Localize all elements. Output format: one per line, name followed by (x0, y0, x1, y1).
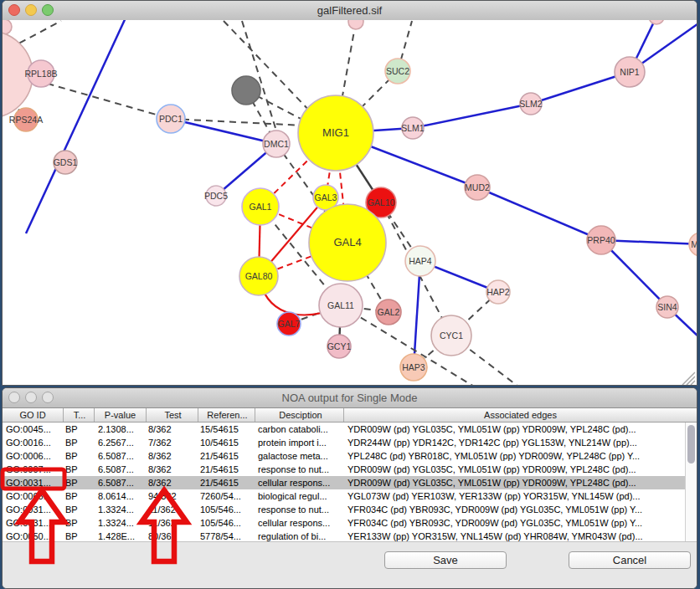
graph-edge-blue (26, 20, 127, 233)
table-cell: BP (64, 449, 95, 463)
table-cell: BP (64, 503, 95, 516)
graph-node-CYC1[interactable]: CYC1 (431, 315, 471, 356)
table-cell: GO:0031... (3, 503, 64, 516)
table-row[interactable]: GO:0007...BP6.5087...8/36221/54615respon… (3, 463, 685, 476)
svg-text:GAL80: GAL80 (245, 271, 273, 281)
svg-text:PRP40: PRP40 (587, 235, 615, 245)
table-cell: 8/362 (147, 463, 198, 476)
graph-edge-blue (414, 261, 420, 367)
graph-node-PRP40[interactable]: PRP40 (587, 226, 615, 254)
table-row[interactable]: GO:0031...BP1.3324...11/362105/546...res… (3, 503, 685, 516)
table-cell: YFR034C (pd) YBR093C, YDR009W (pd) YGL03… (344, 516, 685, 530)
graph-node-node-gray[interactable] (232, 76, 260, 105)
graph-node-NIP1[interactable]: NIP1 (615, 57, 645, 87)
table-cell: 8/362 (147, 449, 198, 463)
table-row[interactable]: GO:0006...BP6.5087...8/36221/54615galact… (3, 449, 685, 463)
window-title: NOA output for Single Mode (3, 388, 697, 407)
table-cell: 7/362 (147, 436, 198, 449)
graph-node-MIG1[interactable]: MIG1 (298, 95, 373, 171)
graph-node-node-corner[interactable] (3, 20, 12, 34)
graph-node-MSN[interactable]: MSN (689, 233, 697, 256)
table-cell: GO:0006... (3, 449, 64, 463)
svg-text:DMC1: DMC1 (264, 139, 289, 149)
graph-node-GAL80[interactable]: GAL80 (239, 257, 278, 295)
column-header-5[interactable]: Desciption (255, 408, 344, 422)
graph-node-HAP4[interactable]: HAP4 (405, 246, 435, 276)
graph-node-GCY1[interactable]: GCY1 (327, 335, 352, 358)
table-cell: GO:0007... (3, 463, 64, 476)
graph-node-GAL11[interactable]: GAL11 (319, 284, 363, 327)
graph-edge-blue (477, 187, 601, 240)
svg-text:HAP2: HAP2 (486, 287, 510, 297)
table-cell: 105/546... (198, 516, 255, 530)
graph-node-HAP2[interactable]: HAP2 (486, 280, 510, 304)
graph-node-GAL7[interactable]: GAL7 (277, 312, 301, 335)
graph-node-SLM2[interactable]: SLM2 (519, 93, 543, 115)
graph-node-DMC1[interactable]: DMC1 (263, 131, 290, 157)
table-row[interactable]: GO:0045...BP2.1308...8/36215/54615carbon… (3, 423, 685, 436)
table-header: GO IDT...P-valueTestReferen...Desciption… (3, 408, 697, 423)
window-title: galFiltered.sif (3, 1, 697, 20)
graph-node-node-topmid[interactable] (348, 20, 363, 29)
network-window: galFiltered.sif RPL18BRPS24AGDS1PDC1MIG1… (2, 0, 697, 386)
graph-node-MUD2[interactable]: MUD2 (465, 175, 490, 200)
noa-output-window: NOA output for Single Mode GO IDT...P-va… (2, 387, 697, 589)
network-canvas[interactable]: RPL18BRPS24AGDS1PDC1MIG1DMC1SUC2SLM1SLM2… (3, 20, 697, 385)
table-cell: 15/54615 (198, 423, 255, 436)
table-cell: BP (64, 516, 95, 530)
table-cell: 6.5087... (95, 449, 147, 463)
table-cell: protein import i... (255, 436, 344, 449)
table-cell: 6.2567... (95, 436, 147, 449)
graph-node-GAL4[interactable]: GAL4 (309, 204, 386, 281)
column-header-1[interactable]: T... (64, 408, 95, 422)
vertical-scrollbar[interactable] (685, 423, 697, 544)
table-cell: 8/362 (147, 476, 198, 489)
table-cell: GO:0045... (3, 423, 64, 436)
graph-node-SLM1[interactable]: SLM1 (401, 117, 425, 139)
svg-text:GAL7: GAL7 (278, 319, 301, 329)
cancel-button[interactable]: Cancel (569, 551, 691, 569)
table-cell: 1.3324... (95, 503, 147, 516)
table-cell: 11/362 (147, 516, 198, 530)
table-cell: 7260/54... (198, 489, 255, 503)
table-row-selected[interactable]: GO:0031...BP6.5087...8/36221/54615cellul… (3, 476, 685, 489)
noa-titlebar[interactable]: NOA output for Single Mode (3, 388, 697, 408)
table-cell: 94/362 (147, 489, 198, 503)
table-row[interactable]: GO:0031...BP1.3324...11/362105/546...cel… (3, 516, 685, 530)
graph-node-PDC1[interactable]: PDC1 (157, 105, 185, 133)
table-cell: 8.0614... (95, 489, 147, 503)
table-cell: BP (64, 423, 95, 436)
graph-node-SIN4[interactable]: SIN4 (656, 296, 678, 318)
column-header-6[interactable]: Associated edges (344, 408, 697, 422)
graph-node-GAL1[interactable]: GAL1 (242, 188, 279, 225)
graph-node-SUC2[interactable]: SUC2 (385, 59, 410, 84)
network-titlebar[interactable]: galFiltered.sif (3, 1, 697, 21)
resize-grip-icon[interactable] (682, 372, 695, 385)
scrollbar-thumb[interactable] (687, 425, 695, 464)
table-cell: 21/54615 (198, 449, 255, 463)
table-cell: 6.5087... (95, 476, 147, 489)
svg-text:CYC1: CYC1 (440, 330, 463, 341)
graph-node-RPS24A[interactable]: RPS24A (9, 108, 43, 131)
column-header-3[interactable]: Test (147, 408, 198, 422)
table-row[interactable]: GO:0016...BP6.2567...7/36210/54615protei… (3, 436, 685, 449)
graph-node-GDS1[interactable]: GDS1 (54, 151, 78, 174)
graph-node-node-topright[interactable] (649, 20, 664, 24)
graph-node-HAP3[interactable]: HAP3 (400, 354, 427, 381)
table-cell: GO:0016... (3, 436, 64, 449)
column-header-0[interactable]: GO ID (3, 408, 64, 422)
table-row[interactable]: GO:0065...BP8.0614...94/3627260/54...bio… (3, 489, 685, 503)
table-cell: cellular respons... (255, 476, 344, 489)
column-header-4[interactable]: Referen... (198, 408, 255, 422)
table-cell: 21/54615 (198, 463, 255, 476)
svg-text:HAP4: HAP4 (409, 256, 432, 266)
table-cell: 11/362 (147, 503, 198, 516)
graph-node-GAL2[interactable]: GAL2 (376, 300, 401, 325)
svg-text:GCY1: GCY1 (327, 341, 352, 351)
svg-text:GAL10: GAL10 (368, 197, 395, 207)
table-cell: GO:0031... (3, 476, 64, 489)
table-cell: YFR034C (pd) YBR093C, YDR009W (pd) YGL03… (344, 503, 685, 516)
column-header-2[interactable]: P-value (95, 408, 147, 422)
svg-text:RPL18B: RPL18B (24, 69, 57, 79)
save-button[interactable]: Save (384, 551, 507, 569)
